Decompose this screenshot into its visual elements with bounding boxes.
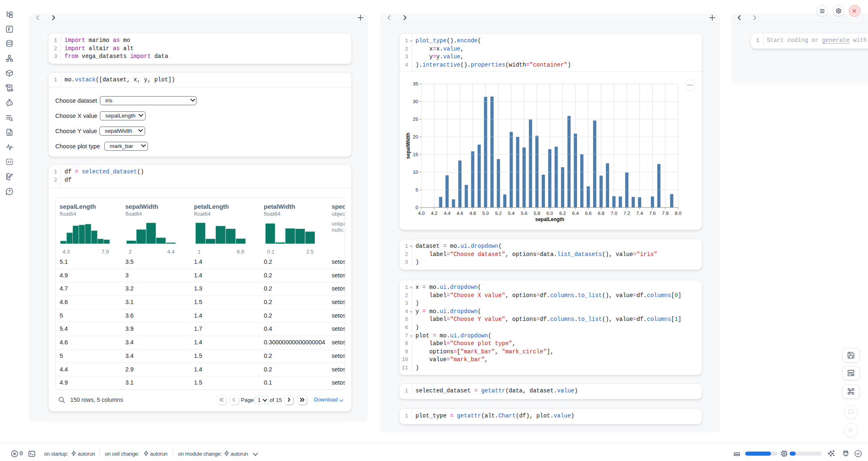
svg-text:5.2: 5.2: [495, 211, 502, 216]
svg-text:7.2: 7.2: [623, 211, 630, 216]
svg-text:4.0: 4.0: [418, 211, 425, 216]
svg-text:8.0: 8.0: [675, 211, 681, 216]
svg-text:5.8: 5.8: [533, 211, 540, 216]
svg-text:6.6: 6.6: [585, 211, 591, 216]
svg-text:6.0: 6.0: [547, 211, 553, 216]
svg-text:7.0: 7.0: [611, 211, 617, 216]
svg-text:sepalLength: sepalLength: [535, 217, 564, 222]
svg-text:5: 5: [416, 187, 418, 192]
svg-text:4.2: 4.2: [431, 211, 438, 216]
svg-text:7.6: 7.6: [649, 211, 656, 216]
svg-text:4.6: 4.6: [457, 211, 463, 216]
svg-text:7.8: 7.8: [662, 211, 669, 216]
svg-text:6.2: 6.2: [559, 211, 566, 216]
svg-text:5.6: 5.6: [521, 211, 527, 216]
svg-text:0: 0: [416, 205, 418, 210]
svg-text:15: 15: [413, 152, 418, 157]
svg-text:7.4: 7.4: [636, 211, 643, 216]
svg-text:4.8: 4.8: [469, 211, 476, 216]
svg-text:10: 10: [413, 170, 418, 175]
svg-text:6.8: 6.8: [598, 211, 605, 216]
svg-text:sepalWidth: sepalWidth: [405, 133, 411, 159]
svg-text:20: 20: [413, 134, 418, 139]
svg-text:4.4: 4.4: [444, 211, 451, 216]
svg-text:6.4: 6.4: [572, 211, 579, 216]
svg-text:35: 35: [413, 81, 418, 86]
svg-text:5.4: 5.4: [508, 211, 515, 216]
svg-text:30: 30: [413, 99, 418, 104]
svg-text:5.0: 5.0: [482, 211, 489, 216]
svg-text:25: 25: [413, 117, 418, 122]
